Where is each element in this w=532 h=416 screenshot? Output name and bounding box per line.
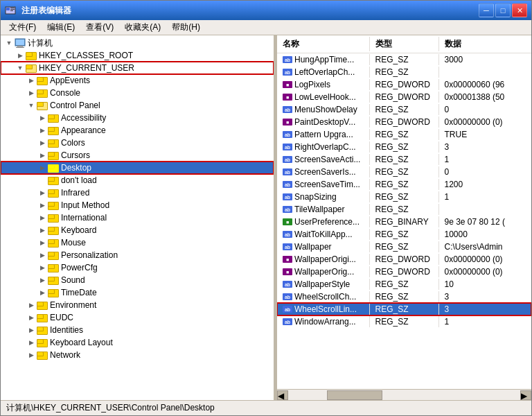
hscroll-right-btn[interactable]: ▶ [520, 390, 531, 400]
tree-node-environment[interactable]: ▶ Environment [1, 299, 274, 311]
tree-node-colors[interactable]: ▶ Colors [1, 137, 274, 149]
tree-node-computer[interactable]: ▼ 计算机 [1, 37, 274, 49]
hscroll-left-btn[interactable]: ◀ [277, 390, 288, 400]
expand-icon-computer[interactable]: ▼ [3, 37, 15, 49]
horizontal-scrollbar[interactable]: ◀ ▶ [277, 389, 531, 400]
tree-node-powercfg[interactable]: ▶ PowerCfg [1, 261, 274, 274]
tree-node-identities[interactable]: ▶ Identities [1, 324, 274, 336]
expand-icon-timedate[interactable]: ▶ [37, 287, 48, 298]
expand-icon-accessibility[interactable]: ▶ [37, 112, 48, 123]
table-row[interactable]: ab ScreenSaveTim... REG_SZ 1200 [277, 178, 531, 191]
menu-item-收藏夹a[interactable]: 收藏夹(A) [119, 20, 166, 35]
expand-icon-inputmethod[interactable]: ▶ [37, 200, 48, 211]
menu-item-文件f[interactable]: 文件(F) [3, 20, 42, 35]
expand-icon-environment[interactable]: ▶ [26, 300, 37, 311]
table-row[interactable]: ■ LowLevelHook... REG_DWORD 0x00001388 (… [277, 91, 531, 103]
tree-label-computer: 计算机 [28, 37, 53, 49]
table-row[interactable]: ■ LogPixels REG_DWORD 0x00000060 (96 [277, 78, 531, 91]
tree-node-international[interactable]: ▶ International [1, 211, 274, 224]
expand-icon-hkcu[interactable]: ▼ [15, 62, 26, 73]
expand-icon-powercfg[interactable]: ▶ [37, 262, 48, 273]
tree-scroll[interactable]: ▼ 计算机 ▶ HKEY_CLASSES_ROOT [1, 35, 274, 400]
expand-icon-infrared[interactable]: ▶ [37, 187, 48, 198]
computer-icon [15, 37, 26, 49]
table-row[interactable]: ab WindowArrang... REG_SZ 1 [277, 315, 531, 328]
table-row[interactable]: ab HungAppTime... REG_SZ 3000 [277, 53, 531, 66]
expand-icon-sound[interactable]: ▶ [37, 275, 48, 286]
table-row[interactable]: ab RightOverlapC... REG_SZ 3 [277, 141, 531, 153]
table-row[interactable]: ab WallpaperStyle REG_SZ 10 [277, 278, 531, 291]
table-row[interactable]: ab Pattern Upgra... REG_SZ TRUE [277, 128, 531, 141]
tree-node-timedate[interactable]: ▶ TimeDate [1, 286, 274, 299]
menu-item-帮助h[interactable]: 帮助(H) [166, 20, 206, 35]
table-row[interactable]: ab WaitToKillApp... REG_SZ 10000 [277, 228, 531, 241]
expand-icon-identities[interactable]: ▶ [26, 324, 37, 336]
tree-node-keyboardlayout[interactable]: ▶ Keyboard Layout [1, 336, 274, 349]
table-row[interactable]: ■ WallpaperOrigi... REG_DWORD 0x00000000… [277, 253, 531, 266]
table-row[interactable]: ab MenuShowDelay REG_SZ 0 [277, 103, 531, 116]
tree-node-network[interactable]: ▶ Network [1, 349, 274, 361]
reg-name-cell: ab WheelScrollCh... [277, 291, 370, 302]
expand-icon-appearance[interactable]: ▶ [37, 125, 48, 136]
expand-icon-keyboardlayout[interactable]: ▶ [26, 337, 37, 348]
expand-icon-eudc[interactable]: ▶ [26, 312, 37, 323]
tree-node-hkcu[interactable]: ▼ HKEY_CURRENT_USER [1, 62, 274, 74]
reg-type-icon: ■ [283, 94, 292, 101]
table-row[interactable]: ■ WallpaperOrig... REG_DWORD 0x00000000 … [277, 266, 531, 278]
tree-node-cursors[interactable]: ▶ Cursors [1, 149, 274, 162]
expand-icon-international[interactable]: ▶ [37, 212, 48, 223]
tree-node-desktop[interactable]: ▶ Desktop [1, 162, 274, 174]
tree-node-console[interactable]: ▶ Console [1, 87, 274, 99]
tree-node-eudc[interactable]: ▶ EUDC [1, 311, 274, 324]
expand-icon-controlpanel[interactable]: ▼ [26, 100, 37, 111]
content-area: ▼ 计算机 ▶ HKEY_CLASSES_ROOT [1, 35, 531, 400]
table-row[interactable]: ■ UserPreference... REG_BINARY 9e 3e 07 … [277, 216, 531, 228]
restore-button[interactable]: □ [495, 3, 511, 17]
column-headers: 名称 类型 数据 [277, 35, 531, 53]
tree-node-appevents[interactable]: ▶ AppEvents [1, 74, 274, 87]
tree-node-controlpanel[interactable]: ▼ Control Panel [1, 99, 274, 112]
reg-type-icon: ab [283, 144, 292, 150]
expand-icon-keyboard[interactable]: ▶ [37, 225, 48, 236]
minimize-button[interactable]: ─ [479, 3, 494, 17]
expand-icon-console[interactable]: ▶ [26, 87, 37, 98]
reg-name-cell: ab WaitToKillApp... [277, 229, 370, 240]
table-row[interactable]: ab ScreenSaveActi... REG_SZ 1 [277, 153, 531, 166]
table-row[interactable]: ab ScreenSaverIs... REG_SZ 0 [277, 166, 531, 178]
table-row[interactable]: ab TileWallpaper REG_SZ [277, 203, 531, 216]
expand-icon-colors[interactable]: ▶ [37, 137, 48, 148]
expand-icon-hkcr[interactable]: ▶ [15, 50, 26, 61]
tree-label-inputmethod: Input Method [61, 200, 109, 210]
tree-node-inputmethod[interactable]: ▶ Input Method [1, 199, 274, 211]
registry-list[interactable]: ab HungAppTime... REG_SZ 3000 ab LeftOve… [277, 53, 531, 389]
expand-icon-cursors[interactable]: ▶ [37, 150, 48, 161]
expand-icon-desktop[interactable]: ▶ [37, 162, 48, 173]
table-row[interactable]: ab LeftOverlapCh... REG_SZ [277, 66, 531, 78]
table-row[interactable]: ab WheelScrollCh... REG_SZ 3 [277, 291, 531, 303]
menu-item-编辑e[interactable]: 编辑(E) [42, 20, 80, 35]
table-row[interactable]: ab SnapSizing REG_SZ 1 [277, 191, 531, 203]
tree-node-accessibility[interactable]: ▶ Accessibility [1, 112, 274, 124]
close-button[interactable]: ✕ [512, 3, 527, 17]
table-row[interactable]: ab Wallpaper REG_SZ C:\Users\Admin [277, 241, 531, 253]
hscroll-thumb[interactable] [327, 390, 382, 400]
folder-icon-identities [37, 325, 48, 335]
tree-node-sound[interactable]: ▶ Sound [1, 274, 274, 286]
expand-icon-appevents[interactable]: ▶ [26, 75, 37, 86]
reg-name: MenuShowDelay [294, 105, 357, 114]
tree-node-keyboard[interactable]: ▶ Keyboard [1, 224, 274, 236]
tree-node-personalization[interactable]: ▶ Personalization [1, 249, 274, 261]
tree-node-mouse[interactable]: ▶ Mouse [1, 236, 274, 249]
tree-node-infrared[interactable]: ▶ Infrared [1, 187, 274, 199]
reg-data-cell: 3 [439, 304, 532, 315]
tree-node-hkcr[interactable]: ▶ HKEY_CLASSES_ROOT [1, 49, 274, 62]
tree-label-accessibility: Accessibility [61, 113, 106, 123]
tree-node-dontload[interactable]: ▶ don't load [1, 174, 274, 187]
table-row[interactable]: ■ PaintDesktopV... REG_DWORD 0x00000000 … [277, 116, 531, 128]
table-row[interactable]: ab WheelScrollLin... REG_SZ 3 [277, 303, 531, 315]
tree-node-appearance[interactable]: ▶ Appearance [1, 124, 274, 137]
expand-icon-mouse[interactable]: ▶ [37, 237, 48, 248]
expand-icon-network[interactable]: ▶ [26, 349, 37, 361]
menu-item-查看v[interactable]: 查看(V) [80, 20, 119, 35]
expand-icon-personalization[interactable]: ▶ [37, 250, 48, 261]
